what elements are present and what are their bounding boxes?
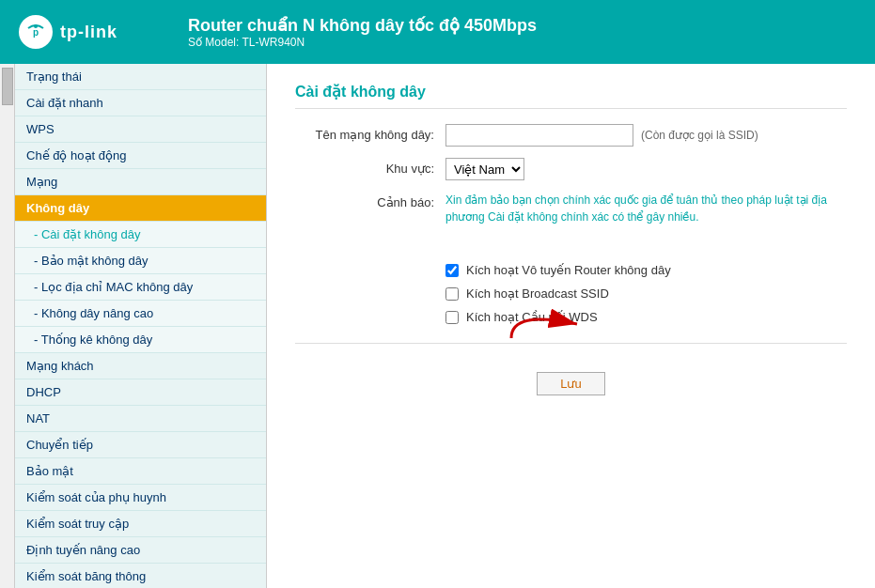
sidebar-item-mang[interactable]: Mạng: [15, 169, 266, 195]
svg-point-2: [34, 24, 38, 28]
sidebar-item-thong-ke[interactable]: - Thống kê không dây: [15, 327, 266, 353]
caution-control: Xin đảm bảo bạn chọn chính xác quốc gia …: [445, 192, 847, 225]
header-title: Router chuẩn N không dây tốc độ 450Mbps …: [188, 15, 537, 49]
main-layout: Trạng thái Cài đặt nhanh WPS Chế độ hoạt…: [0, 64, 875, 588]
sidebar-item-bao-mat[interactable]: Bảo mật: [15, 458, 266, 485]
section-title: Cài đặt không dây: [295, 83, 847, 109]
sidebar-item-khong-day[interactable]: Không dây: [15, 195, 266, 222]
router-title: Router chuẩn N không dây tốc độ 450Mbps: [188, 15, 537, 36]
sidebar-item-cai-dat-nhanh[interactable]: Cài đặt nhanh: [15, 90, 266, 116]
region-control: Việt Nam: [445, 158, 847, 180]
enable-wds-checkbox[interactable]: [445, 311, 459, 324]
sidebar-item-che-do[interactable]: Chế độ hoạt động: [15, 143, 266, 169]
svg-text:p: p: [33, 27, 39, 38]
model-info: Số Model: TL-WR940N: [188, 36, 537, 49]
sidebar-item-khong-day-nang-cao[interactable]: - Không dây nâng cao: [15, 301, 266, 327]
model-label: Số Model:: [188, 36, 239, 49]
red-arrow-svg: [502, 291, 596, 348]
button-area: Lưu: [295, 363, 847, 405]
sidebar-vertical-scrollbar[interactable]: [0, 64, 15, 588]
sidebar-item-mang-khach[interactable]: Mạng khách: [15, 353, 266, 379]
ssid-hint: (Còn được gọi là SSID): [641, 129, 758, 142]
sidebar-item-bao-mat-khong-day[interactable]: - Bảo mật không dây: [15, 248, 266, 274]
sidebar-item-nat[interactable]: NAT: [15, 406, 266, 432]
region-select[interactable]: Việt Nam: [445, 158, 524, 180]
content-area: Cài đặt không dây Tên mạng không dây: (C…: [267, 64, 875, 588]
model-value: TL-WR940N: [242, 36, 305, 49]
enable-broadcast-checkbox[interactable]: [445, 287, 459, 301]
sidebar-item-cai-dat-khong-day[interactable]: - Cài đặt không dây: [15, 222, 266, 248]
caution-row: Cảnh báo: Xin đảm bảo bạn chọn chính xác…: [295, 192, 847, 225]
sidebar-item-kiem-soat-phu-huynh[interactable]: Kiểm soát của phụ huynh: [15, 485, 266, 511]
sidebar-item-chuyen-tiep[interactable]: Chuyển tiếp: [15, 432, 266, 458]
caution-text: Xin đảm bảo bạn chọn chính xác quốc gia …: [445, 192, 840, 225]
enable-wireless-row: Kích hoạt Vô tuyến Router không dây: [445, 263, 847, 277]
ssid-label: Tên mạng không dây:: [295, 124, 445, 142]
region-label: Khu vực:: [295, 158, 445, 176]
sidebar-item-wps[interactable]: WPS: [15, 116, 266, 143]
sidebar-item-loc-dia-chi[interactable]: - Lọc địa chỉ MAC không dây: [15, 274, 266, 301]
logo-area: p tp-link: [19, 15, 169, 49]
region-row: Khu vực: Việt Nam: [295, 158, 847, 180]
sidebar-item-trang-thai[interactable]: Trạng thái: [15, 64, 266, 90]
sidebar-item-dhcp[interactable]: DHCP: [15, 379, 266, 406]
ssid-row: Tên mạng không dây: (Còn được gọi là SSI…: [295, 124, 847, 147]
ssid-control: (Còn được gọi là SSID): [445, 124, 847, 147]
sidebar-item-kiem-soat-truy-cap[interactable]: Kiểm soát truy cập: [15, 511, 266, 537]
ssid-input[interactable]: [445, 124, 633, 147]
sidebar-scrollbar-thumb[interactable]: [2, 68, 13, 105]
save-button[interactable]: Lưu: [537, 372, 604, 395]
sidebar: Trạng thái Cài đặt nhanh WPS Chế độ hoạt…: [15, 64, 267, 588]
content-inner: Cài đặt không dây Tên mạng không dây: (C…: [267, 64, 875, 588]
sidebar-outer: Trạng thái Cài đặt nhanh WPS Chế độ hoạt…: [0, 64, 267, 588]
tp-link-logo-icon: p: [19, 15, 53, 49]
caution-label: Cảnh báo:: [295, 192, 445, 209]
logo-text: tp-link: [60, 23, 117, 42]
header: p tp-link Router chuẩn N không dây tốc đ…: [0, 0, 875, 64]
sidebar-item-dinh-tuyen-nang-cao[interactable]: Định tuyến nâng cao: [15, 537, 266, 564]
enable-wireless-checkbox[interactable]: [445, 264, 459, 277]
sidebar-scroll: Trạng thái Cài đặt nhanh WPS Chế độ hoạt…: [15, 64, 266, 588]
sidebar-item-kiem-soat-bang-thong[interactable]: Kiểm soát băng thông: [15, 564, 266, 588]
enable-wireless-label[interactable]: Kích hoạt Vô tuyến Router không dây: [466, 263, 671, 277]
